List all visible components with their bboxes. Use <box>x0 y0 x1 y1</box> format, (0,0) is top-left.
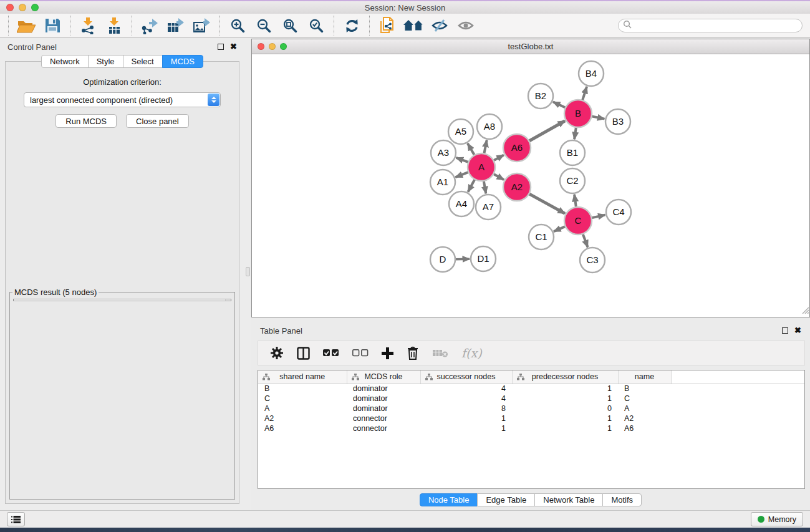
minimize-view-button[interactable] <box>269 43 276 50</box>
copy-network-icon[interactable] <box>374 14 400 37</box>
export-image-icon[interactable] <box>189 14 215 37</box>
close-panel-button[interactable]: Close panel <box>126 114 189 128</box>
graph-edge-A-A6[interactable] <box>493 155 504 161</box>
graph-edge-C-C2[interactable] <box>574 195 576 207</box>
export-network-icon[interactable] <box>137 14 163 37</box>
graph-edge-A-A5[interactable] <box>468 143 475 155</box>
tab-network[interactable]: Network <box>41 55 89 68</box>
zoom-out-icon[interactable] <box>251 14 277 37</box>
export-table-icon[interactable] <box>163 14 189 37</box>
column-header-name[interactable]: name <box>618 370 671 384</box>
mcds-result-item[interactable]: A2 <box>17 301 231 301</box>
table-cell[interactable]: A2 <box>618 414 671 423</box>
table-row[interactable]: Bdominator41B <box>258 384 804 394</box>
graph-edge-A-A7[interactable] <box>484 181 486 194</box>
table-cell[interactable]: 4 <box>420 384 512 394</box>
graph-edge-C-C4[interactable] <box>592 215 605 218</box>
zoom-selected-icon[interactable] <box>303 14 329 37</box>
mcds-result-list[interactable]: A2ABCA6 <box>13 299 231 301</box>
graph-edge-B-B3[interactable] <box>592 116 605 118</box>
zoom-view-button[interactable] <box>280 43 287 50</box>
graph-edge-A2-C[interactable] <box>529 194 565 214</box>
eye-icon[interactable] <box>453 14 479 37</box>
column-header-predecessor-nodes[interactable]: predecessor nodes <box>512 370 618 384</box>
table-cell[interactable]: A2 <box>258 414 347 423</box>
splitter-grip[interactable] <box>246 267 250 276</box>
graph-edge-C-C3[interactable] <box>583 234 588 248</box>
tab-select[interactable]: Select <box>123 55 163 68</box>
graph-edge-C-C1[interactable] <box>554 226 566 231</box>
table-cell[interactable]: 4 <box>420 394 512 404</box>
select-all-icon[interactable] <box>323 349 339 357</box>
gear-icon[interactable] <box>270 346 284 360</box>
zoom-window-button[interactable] <box>31 4 39 11</box>
graph-edge-A-A1[interactable] <box>456 172 469 177</box>
scrollbar-track[interactable] <box>225 299 231 301</box>
close-panel-icon[interactable]: ✖ <box>230 44 237 50</box>
graph-edge-A-A2[interactable] <box>493 174 504 180</box>
table-row[interactable]: A2connector11A2 <box>258 414 804 423</box>
close-table-panel-icon[interactable]: ✖ <box>794 327 801 334</box>
table-cell[interactable]: A <box>618 404 671 414</box>
memory-button[interactable]: Memory <box>751 512 803 526</box>
deselect-all-icon[interactable] <box>352 349 369 357</box>
column-header-successor-nodes[interactable]: successor nodes <box>420 370 512 384</box>
save-icon[interactable] <box>39 14 65 37</box>
tab-network-table[interactable]: Network Table <box>534 493 603 506</box>
tab-edge-table[interactable]: Edge Table <box>477 493 535 506</box>
graph-edge-A-A8[interactable] <box>484 140 486 154</box>
add-icon[interactable] <box>382 347 393 359</box>
table-cell[interactable]: A6 <box>618 423 671 433</box>
table-row[interactable]: Adominator80A <box>258 404 804 414</box>
table-row[interactable]: Cdominator41C <box>258 394 804 404</box>
table-cell[interactable]: A <box>258 404 347 414</box>
table-cell[interactable]: connector <box>347 414 420 423</box>
table-cell[interactable]: 1 <box>420 414 512 423</box>
float-table-panel-icon[interactable] <box>782 327 788 334</box>
tab-style[interactable]: Style <box>88 55 123 68</box>
tab-mcds[interactable]: MCDS <box>162 55 203 68</box>
resize-grip-icon[interactable] <box>801 305 809 316</box>
network-canvas[interactable]: B4B2BB3A5A8A6A3B1AA1C2A2A4A7CC4C1C3DD1 <box>252 54 809 317</box>
table-cell[interactable]: 1 <box>420 423 512 433</box>
criterion-select[interactable]: largest connected component (directed) <box>24 92 221 107</box>
table-cell[interactable]: 8 <box>420 404 512 414</box>
table-cell[interactable]: A6 <box>258 423 347 433</box>
table-cell[interactable]: dominator <box>347 404 420 414</box>
table-cell[interactable]: dominator <box>347 394 420 404</box>
graph-edge-B-B1[interactable] <box>574 127 576 139</box>
import-table-icon[interactable] <box>101 14 127 37</box>
table-cell[interactable]: 1 <box>512 394 618 404</box>
refresh-icon[interactable] <box>339 14 365 37</box>
task-history-button[interactable] <box>7 512 25 526</box>
column-header-shared-name[interactable]: shared name <box>258 370 347 384</box>
eye-slash-icon[interactable] <box>427 14 453 37</box>
graph-edge-A-A3[interactable] <box>456 158 469 162</box>
search-field[interactable] <box>618 19 803 32</box>
table-cell[interactable]: 0 <box>512 404 618 414</box>
network-graph[interactable]: B4B2BB3A5A8A6A3B1AA1C2A2A4A7CC4C1C3DD1 <box>252 54 809 316</box>
graph-edge-B-B2[interactable] <box>553 102 566 107</box>
tab-motifs[interactable]: Motifs <box>602 493 642 506</box>
float-panel-icon[interactable] <box>218 44 224 50</box>
network-window-titlebar[interactable]: testGlobe.txt <box>252 39 809 54</box>
homes-icon[interactable] <box>400 14 427 37</box>
table-cell[interactable]: C <box>258 394 347 404</box>
import-network-icon[interactable] <box>75 14 101 37</box>
graph-edge-B-B4[interactable] <box>582 87 587 100</box>
table-cell[interactable]: 1 <box>512 423 618 433</box>
table-cell[interactable]: C <box>618 394 671 404</box>
close-window-button[interactable] <box>6 4 14 11</box>
table-cell[interactable]: connector <box>347 423 420 433</box>
open-folder-icon[interactable] <box>13 14 39 37</box>
table-cell[interactable]: B <box>618 384 671 394</box>
panel-splitter[interactable] <box>244 39 251 510</box>
table-cell[interactable]: 1 <box>512 414 618 423</box>
graph-edge-A6-B[interactable] <box>529 121 565 142</box>
run-mcds-button[interactable]: Run MCDS <box>55 114 117 128</box>
minimize-window-button[interactable] <box>19 4 26 11</box>
close-view-button[interactable] <box>258 43 264 50</box>
table-cell[interactable]: 1 <box>512 384 618 394</box>
trash-icon[interactable] <box>407 346 419 360</box>
columns-icon[interactable] <box>297 347 310 360</box>
